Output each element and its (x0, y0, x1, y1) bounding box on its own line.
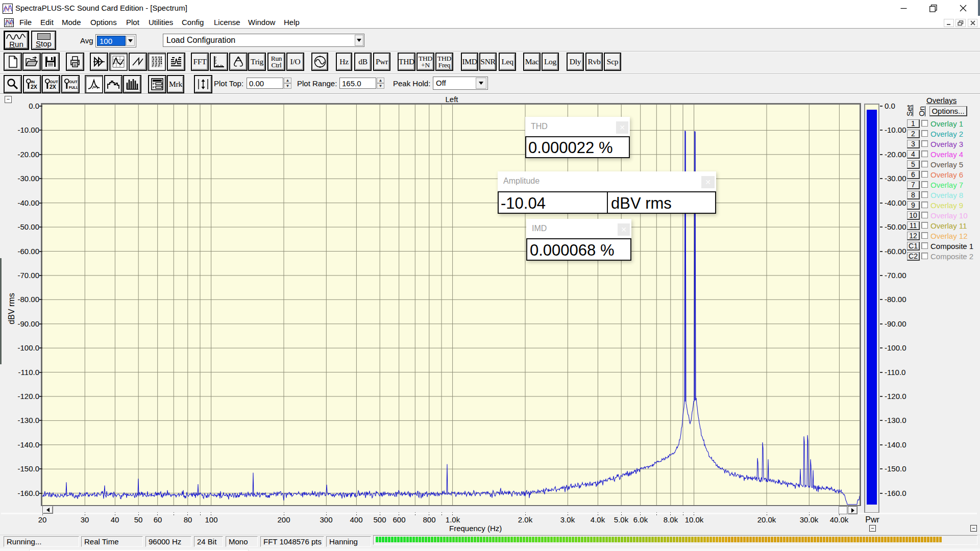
svg-text:OUT: OUT (69, 80, 77, 84)
svg-text:2X: 2X (50, 84, 56, 90)
svg-text:2X: 2X (31, 84, 37, 90)
svg-text:FULL: FULL (69, 85, 78, 90)
